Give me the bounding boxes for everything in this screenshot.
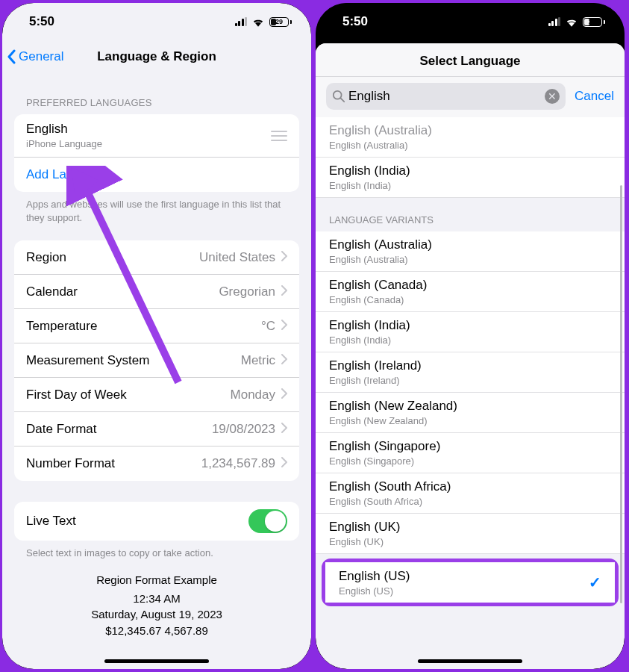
select-language-sheet: Select Language ✕ Cancel English (Austra… (316, 43, 625, 669)
status-time: 5:50 (342, 14, 368, 29)
battery-icon: 29 (269, 17, 292, 27)
chevron-right-icon (281, 284, 287, 299)
chevron-right-icon (281, 353, 287, 368)
language-option[interactable]: English (US)English (US)✓ (325, 562, 615, 603)
cancel-button[interactable]: Cancel (575, 89, 614, 104)
chevron-right-icon (281, 456, 287, 471)
chevron-right-icon (281, 422, 287, 437)
language-variants-header: LANGUAGE VARIANTS (316, 198, 625, 231)
checkmark-icon: ✓ (589, 573, 601, 591)
nav-bar: General Language & Region (2, 40, 311, 73)
wifi-icon (251, 16, 265, 27)
live-text-row: Live Text (14, 502, 299, 541)
wifi-icon (565, 16, 578, 27)
language-option[interactable]: English (UK)English (UK) (316, 514, 625, 554)
setting-row-date-format[interactable]: Date Format19/08/2023 (14, 412, 299, 447)
language-option[interactable]: English (South Africa)English (South Afr… (316, 473, 625, 514)
language-option[interactable]: English (India)English (India) (316, 158, 625, 198)
language-option[interactable]: English (Canada)English (Canada) (316, 272, 625, 312)
signal-icon (548, 17, 561, 26)
battery-icon: 29 (583, 17, 605, 27)
home-indicator[interactable] (104, 659, 209, 663)
chevron-right-icon (281, 319, 287, 334)
scrollbar[interactable] (620, 185, 622, 603)
language-option[interactable]: English (Singapore)English (Singapore) (316, 433, 625, 473)
status-time: 5:50 (29, 14, 54, 29)
language-option[interactable]: English (New Zealand)English (New Zealan… (316, 393, 625, 433)
preferred-languages-header: PREFERRED LANGUAGES (2, 73, 311, 114)
svg-line-2 (341, 99, 345, 102)
search-icon (332, 90, 345, 103)
language-option[interactable]: English (Australia)English (Australia) (316, 231, 625, 272)
language-name: English (26, 122, 102, 137)
chevron-right-icon (281, 388, 287, 402)
home-indicator[interactable] (418, 659, 522, 663)
setting-row-number-format[interactable]: Number Format1,234,567.89 (14, 447, 299, 481)
setting-row-temperature[interactable]: Temperature°C (14, 309, 299, 343)
search-field[interactable]: ✕ (326, 83, 566, 110)
language-option[interactable]: English (Ireland)English (Ireland) (316, 352, 625, 393)
signal-icon (235, 17, 248, 26)
sheet-title: Select Language (328, 54, 613, 69)
clear-search-icon[interactable]: ✕ (545, 89, 560, 104)
right-phone: 5:50 29 Select Language ✕ Cance (314, 1, 626, 671)
apps-note: Apps and websites will use the first lan… (2, 192, 311, 224)
live-text-note: Select text in images to copy or take ac… (2, 541, 311, 560)
status-bar: 5:50 29 (316, 3, 625, 40)
setting-row-first-day-of-week[interactable]: First Day of WeekMonday (14, 378, 299, 412)
setting-row-region[interactable]: RegionUnited States (14, 240, 299, 275)
chevron-left-icon (7, 49, 17, 64)
left-phone: 5:50 29 General Language & Region PREFER… (1, 1, 313, 671)
region-format-example: Region Format Example 12:34 AM Saturday,… (2, 560, 311, 644)
status-bar: 5:50 29 (2, 3, 311, 40)
live-text-toggle[interactable] (248, 509, 287, 533)
add-language-button[interactable]: Add Language… (14, 158, 299, 192)
setting-row-measurement-system[interactable]: Measurement SystemMetric (14, 343, 299, 378)
chevron-right-icon (281, 250, 287, 265)
back-button[interactable]: General (7, 49, 63, 64)
reorder-handle-icon[interactable] (271, 131, 287, 141)
language-option[interactable]: English (India)English (India) (316, 312, 625, 352)
search-input[interactable] (345, 87, 545, 105)
selected-language-highlight: English (US)English (US)✓ (322, 559, 619, 606)
svg-point-1 (334, 91, 342, 99)
iphone-language-row[interactable]: English iPhone Language (14, 114, 299, 158)
setting-row-calendar[interactable]: CalendarGregorian (14, 275, 299, 309)
language-subtitle: iPhone Language (26, 138, 102, 149)
page-title: Language & Region (97, 49, 216, 64)
language-option[interactable]: English (Australia)English (Australia) (316, 117, 625, 158)
